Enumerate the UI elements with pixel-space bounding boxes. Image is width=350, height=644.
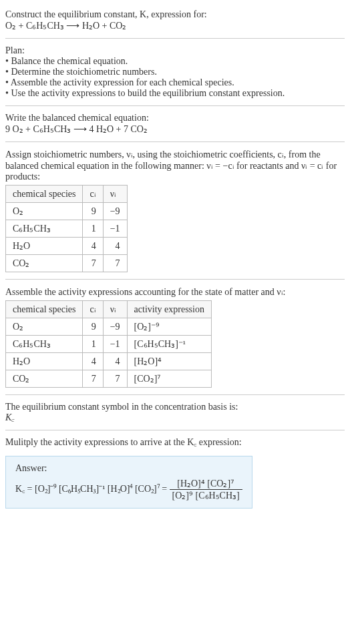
cell-species: C₆H₅CH₃ bbox=[6, 336, 83, 353]
balanced-section: Write the balanced chemical equation: 9 … bbox=[5, 109, 345, 139]
divider bbox=[5, 279, 345, 280]
multiply-section: Mulitply the activity expressions to arr… bbox=[5, 433, 345, 452]
kc-expression: K꜀ = [O₂]⁻⁹ [C₆H₅CH₃]⁻¹ [H₂O]⁴ [CO₂]⁷ = … bbox=[15, 478, 242, 501]
plan-bullet-2: • Determine the stoichiometric numbers. bbox=[5, 67, 345, 77]
table-row: H₂O 4 4 bbox=[6, 238, 128, 255]
col-ci: cᵢ bbox=[83, 186, 103, 203]
prompt-text: Construct the equilibrium constant, K, e… bbox=[5, 9, 345, 20]
col-species: chemical species bbox=[6, 186, 83, 203]
answer-section: Answer: K꜀ = [O₂]⁻⁹ [C₆H₅CH₃]⁻¹ [H₂O]⁴ [… bbox=[5, 452, 345, 513]
balanced-heading: Write the balanced chemical equation: bbox=[5, 113, 345, 123]
cell-activity: [H₂O]⁴ bbox=[127, 353, 211, 370]
cell-activity: [C₆H₅CH₃]⁻¹ bbox=[127, 336, 211, 353]
table-header-row: chemical species cᵢ νᵢ bbox=[6, 186, 128, 203]
cell-species: CO₂ bbox=[6, 370, 83, 388]
activity-table: chemical species cᵢ νᵢ activity expressi… bbox=[5, 300, 212, 388]
col-vi: νᵢ bbox=[103, 186, 127, 203]
table-row: C₆H₅CH₃ 1 −1 bbox=[6, 220, 128, 238]
prompt-section: Construct the equilibrium constant, K, e… bbox=[5, 5, 345, 35]
col-vi: νᵢ bbox=[103, 301, 127, 318]
cell-species: H₂O bbox=[6, 353, 83, 370]
cell-species: O₂ bbox=[6, 203, 83, 220]
cell-ci: 1 bbox=[83, 220, 103, 238]
symbol-section: The equilibrium constant symbol in the c… bbox=[5, 398, 345, 427]
divider bbox=[5, 105, 345, 106]
balanced-equation: 9 O₂ + C₆H₅CH₃ ⟶ 4 H₂O + 7 CO₂ bbox=[5, 123, 345, 135]
unbalanced-equation: O₂ + C₆H₅CH₃ ⟶ H₂O + CO₂ bbox=[5, 20, 345, 31]
plan-heading: Plan: bbox=[5, 45, 345, 56]
stoich-table: chemical species cᵢ νᵢ O₂ 9 −9 C₆H₅CH₃ 1… bbox=[5, 185, 128, 272]
cell-vi: 4 bbox=[103, 238, 127, 255]
table-row: CO₂ 7 7 [CO₂]⁷ bbox=[6, 370, 212, 388]
cell-ci: 7 bbox=[83, 255, 103, 272]
answer-label: Answer: bbox=[15, 463, 242, 474]
cell-activity: [O₂]⁻⁹ bbox=[127, 318, 211, 336]
table-row: H₂O 4 4 [H₂O]⁴ bbox=[6, 353, 212, 370]
cell-species: H₂O bbox=[6, 238, 83, 255]
cell-vi: 4 bbox=[103, 353, 127, 370]
cell-ci: 9 bbox=[83, 203, 103, 220]
col-species: chemical species bbox=[6, 301, 83, 318]
symbol-kc: K꜀ bbox=[5, 412, 345, 423]
cell-activity: [CO₂]⁷ bbox=[127, 370, 211, 388]
plan-bullet-1: • Balance the chemical equation. bbox=[5, 56, 345, 67]
cell-ci: 4 bbox=[83, 353, 103, 370]
divider bbox=[5, 38, 345, 39]
plan-bullet-3: • Assemble the activity expression for e… bbox=[5, 77, 345, 88]
divider bbox=[5, 430, 345, 430]
answer-box: Answer: K꜀ = [O₂]⁻⁹ [C₆H₅CH₃]⁻¹ [H₂O]⁴ [… bbox=[5, 456, 252, 509]
divider bbox=[5, 394, 345, 395]
table-row: O₂ 9 −9 [O₂]⁻⁹ bbox=[6, 318, 212, 336]
cell-species: CO₂ bbox=[6, 255, 83, 272]
cell-species: O₂ bbox=[6, 318, 83, 336]
cell-vi: −1 bbox=[103, 336, 127, 353]
multiply-text: Mulitply the activity expressions to arr… bbox=[5, 437, 345, 448]
col-activity: activity expression bbox=[127, 301, 211, 318]
table-row: CO₂ 7 7 bbox=[6, 255, 128, 272]
col-ci: cᵢ bbox=[83, 301, 103, 318]
cell-vi: 7 bbox=[103, 370, 127, 388]
kc-frac-num: [H₂O]⁴ [CO₂]⁷ bbox=[170, 478, 242, 490]
activity-section: Assemble the activity expressions accoun… bbox=[5, 282, 345, 392]
cell-ci: 4 bbox=[83, 238, 103, 255]
activity-text: Assemble the activity expressions accoun… bbox=[5, 286, 345, 298]
plan-section: Plan: • Balance the chemical equation. •… bbox=[5, 41, 345, 103]
table-row: O₂ 9 −9 bbox=[6, 203, 128, 220]
cell-ci: 1 bbox=[83, 336, 103, 353]
kc-frac-den: [O₂]⁹ [C₆H₅CH₃] bbox=[170, 490, 242, 501]
kc-fraction: [H₂O]⁴ [CO₂]⁷ [O₂]⁹ [C₆H₅CH₃] bbox=[170, 478, 242, 501]
divider bbox=[5, 141, 345, 142]
kc-lhs: K꜀ = [O₂]⁻⁹ [C₆H₅CH₃]⁻¹ [H₂O]⁴ [CO₂]⁷ = bbox=[15, 484, 170, 494]
table-row: C₆H₅CH₃ 1 −1 [C₆H₅CH₃]⁻¹ bbox=[6, 336, 212, 353]
cell-species: C₆H₅CH₃ bbox=[6, 220, 83, 238]
cell-ci: 9 bbox=[83, 318, 103, 336]
cell-ci: 7 bbox=[83, 370, 103, 388]
plan-bullet-4: • Use the activity expressions to build … bbox=[5, 88, 345, 99]
cell-vi: −9 bbox=[103, 318, 127, 336]
table-header-row: chemical species cᵢ νᵢ activity expressi… bbox=[6, 301, 212, 318]
stoich-section: Assign stoichiometric numbers, νᵢ, using… bbox=[5, 145, 345, 276]
cell-vi: 7 bbox=[103, 255, 127, 272]
cell-vi: −9 bbox=[103, 203, 127, 220]
stoich-text: Assign stoichiometric numbers, νᵢ, using… bbox=[5, 149, 345, 182]
symbol-text: The equilibrium constant symbol in the c… bbox=[5, 402, 345, 412]
cell-vi: −1 bbox=[103, 220, 127, 238]
